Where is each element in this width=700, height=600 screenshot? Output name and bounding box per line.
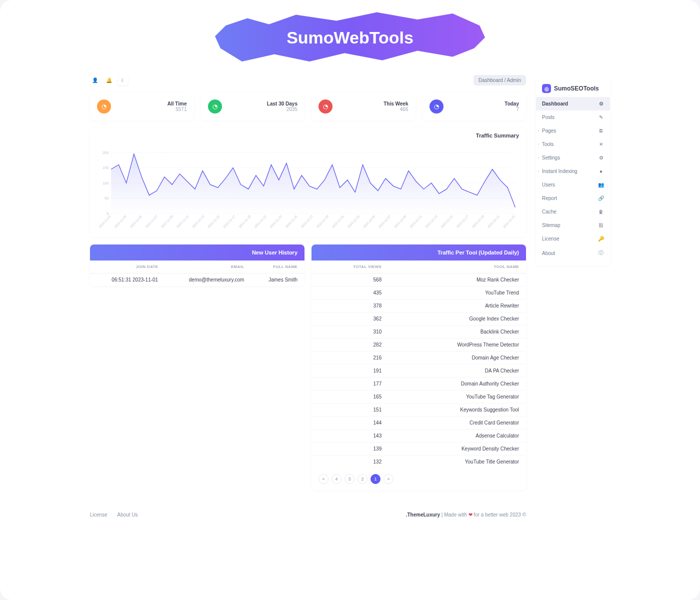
bell-icon[interactable]: 🔔	[104, 76, 114, 86]
sidebar-item-pages[interactable]: ›Pages🗎	[536, 124, 610, 138]
pagination-next[interactable]: »	[384, 474, 394, 484]
sidebar-item-instant-indexing[interactable]: ›Instant Indexing●	[536, 164, 610, 178]
hero-title: SumoWebTools	[286, 28, 414, 48]
svg-text:2022-12-17: 2022-12-17	[456, 214, 469, 228]
sidebar-item-label: Pages	[542, 128, 556, 134]
svg-text:2022-11-23: 2022-11-23	[269, 214, 282, 228]
svg-text:200: 200	[102, 150, 109, 155]
pages-icon: 🗎	[598, 128, 604, 134]
sidebar-item-dashboard[interactable]: Dashboard⚙	[536, 97, 610, 110]
stat-card-this-week: ◔This Week466	[312, 92, 416, 120]
table-header: FULL NAME	[251, 260, 304, 274]
sidebar: ◎ SumoSEOTools Dashboard⚙Posts✎›Pages🗎›T…	[536, 75, 610, 266]
table-row: 143Adsense Calculator	[312, 430, 526, 442]
sidebar-item-label: Cache	[542, 209, 556, 214]
table-row: 151Keywords Suggestion Tool	[312, 404, 526, 416]
chevron-icon: ›	[538, 156, 540, 160]
svg-text:2022-12-19: 2022-12-19	[471, 214, 484, 228]
sidebar-item-cache[interactable]: Cache🗑	[536, 205, 610, 218]
about-icon: ⓘ	[598, 250, 604, 256]
sidebar-item-label: About	[542, 250, 555, 256]
sidebar-item-tools[interactable]: ›Tools✕	[536, 138, 610, 151]
sidebar-item-posts[interactable]: Posts✎	[536, 110, 610, 124]
table-row: 191DA PA Checker	[312, 364, 526, 378]
svg-text:2022-11-19: 2022-11-19	[238, 214, 252, 228]
svg-text:100: 100	[102, 181, 109, 186]
settings-icon: ⚙	[598, 155, 604, 160]
svg-text:2022-11-29: 2022-11-29	[316, 214, 329, 228]
stat-label: Last 30 Days	[267, 101, 298, 106]
user-history-title: New User History	[90, 244, 304, 260]
pagination-page-3[interactable]: 3	[344, 474, 354, 484]
table-row: 435YouTube Trend	[312, 286, 526, 300]
svg-text:2022-12-05: 2022-12-05	[362, 214, 376, 228]
svg-text:2022-12-15: 2022-12-15	[440, 214, 454, 228]
traffic-tool-card: Traffic Per Tool (Updated Daily) TOTAL V…	[312, 244, 526, 490]
table-row: 144Credit Card Generator	[312, 416, 526, 430]
table-header: TOOL NAME	[388, 260, 526, 274]
sidebar-brand[interactable]: ◎ SumoSEOTools	[536, 80, 610, 97]
sidebar-item-label: License	[542, 236, 559, 242]
dashboard-icon: ⚙	[598, 101, 604, 106]
svg-text:2022-11-03: 2022-11-03	[114, 214, 127, 228]
stat-value: 5571	[168, 106, 187, 112]
stat-label: This Week	[384, 101, 408, 106]
svg-text:2022-12-07: 2022-12-07	[378, 214, 392, 228]
svg-text:2022-11-13: 2022-11-13	[192, 214, 205, 228]
stat-icon: ◔	[430, 100, 444, 114]
pagination-prev[interactable]: «	[318, 474, 328, 484]
svg-text:2022-11-27: 2022-11-27	[300, 214, 314, 228]
user-icon[interactable]: 👤	[90, 76, 100, 86]
stat-card-all-time: ◔All Time5571	[90, 92, 194, 120]
svg-text:2022-12-11: 2022-12-11	[409, 214, 422, 228]
users-icon: 👥	[598, 182, 604, 188]
sidebar-item-license[interactable]: License🔑	[536, 232, 610, 246]
svg-text:2022-11-25: 2022-11-25	[284, 214, 298, 228]
moon-icon[interactable]: ☾	[118, 76, 128, 86]
sidebar-item-settings[interactable]: ›Settings⚙	[536, 151, 610, 164]
table-row: 310Backlink Checker	[312, 326, 526, 338]
table-row: 165YouTube Tag Generator	[312, 390, 526, 404]
table-row: 568Moz Rank Checker	[312, 274, 526, 286]
table-row: 282WordPress Theme Detector	[312, 338, 526, 352]
footer-link-about-us[interactable]: About Us	[117, 512, 138, 518]
table-row: 139Keyword Density Checker	[312, 442, 526, 456]
pagination-page-2[interactable]: 2	[358, 474, 368, 484]
svg-text:50: 50	[104, 196, 108, 200]
sidebar-item-sitemap[interactable]: Sitemap⛓	[536, 218, 610, 232]
svg-text:2022-11-05: 2022-11-05	[129, 214, 142, 228]
stat-icon: ◔	[318, 100, 332, 114]
chevron-icon: ›	[538, 128, 540, 133]
breadcrumb: Dashboard / Admin	[474, 75, 526, 86]
sidebar-item-report[interactable]: Report🔗	[536, 192, 610, 205]
sidebar-item-label: Sitemap	[542, 222, 560, 228]
sidebar-item-users[interactable]: Users👥	[536, 178, 610, 192]
svg-text:2022-11-07: 2022-11-07	[144, 214, 158, 228]
traffic-tool-title: Traffic Per Tool (Updated Daily)	[312, 244, 526, 260]
sidebar-item-about[interactable]: Aboutⓘ	[536, 246, 610, 260]
pagination-page-4[interactable]: 4	[332, 474, 342, 484]
footer-credit: .ThemeLuxury | Made with ❤ for a better …	[406, 512, 526, 518]
svg-text:2022-11-01: 2022-11-01	[98, 214, 112, 228]
posts-icon: ✎	[598, 114, 604, 120]
heart-icon: ❤	[468, 512, 472, 518]
stat-label: Today	[504, 101, 519, 106]
stat-label: All Time	[168, 101, 187, 106]
table-header: JOIN DATE	[90, 260, 165, 274]
svg-text:2022-12-23: 2022-12-23	[502, 214, 516, 228]
sidebar-item-label: Report	[542, 196, 557, 201]
table-row: 216Domain Age Checker	[312, 352, 526, 364]
footer-link-license[interactable]: License	[90, 512, 107, 518]
hero-banner: SumoWebTools	[0, 0, 700, 75]
stat-icon: ◔	[208, 100, 222, 114]
sitemap-icon: ⛓	[598, 222, 604, 228]
table-row: 177Domain Authority Checker	[312, 378, 526, 390]
cache-icon: 🗑	[598, 209, 604, 214]
traffic-summary-title: Traffic Summary	[90, 128, 526, 144]
sidebar-item-label: Settings	[542, 155, 560, 160]
pagination-page-1[interactable]: 1	[370, 474, 380, 484]
sidebar-item-label: Posts	[542, 114, 554, 120]
brand-logo-icon: ◎	[542, 84, 551, 93]
stat-card-today: ◔Today7	[422, 92, 526, 120]
stat-value: 2035	[267, 106, 298, 112]
